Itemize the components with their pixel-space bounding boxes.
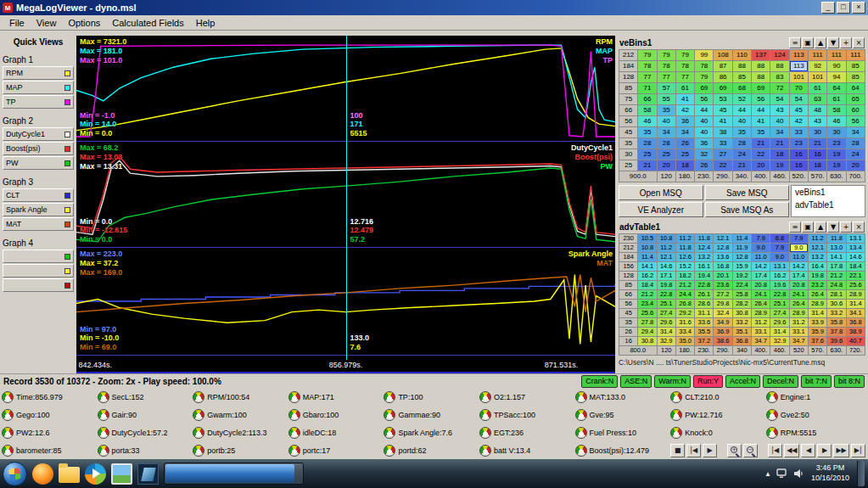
table-cell[interactable]: 11.2 [675,234,694,244]
table-cell[interactable]: 26.4 [789,300,808,309]
table-cell[interactable]: 99 [695,50,714,61]
sidebar-item-map[interactable]: MAP [3,81,74,94]
table-cell[interactable]: 19 [770,160,789,171]
table-cell[interactable]: 85 [846,72,865,83]
table-cell[interactable]: 14.2 [789,262,808,272]
title-bar[interactable]: M MegaLogViewer - dyno.msl _ □ × [0,0,868,15]
table-cell[interactable]: 19.4 [695,272,714,281]
table-cell[interactable]: 36 [695,138,714,149]
table-cell[interactable]: 23.2 [808,281,826,290]
table-cell[interactable]: 111 [808,50,826,61]
table-cell[interactable]: 30.8 [638,337,657,346]
table-cell[interactable]: 28.2 [732,300,751,309]
table-cell[interactable]: 44 [732,105,751,116]
taskbar-progress-item[interactable] [164,463,304,485]
table-cell[interactable]: 15.9 [732,262,751,272]
save-msq-as-button[interactable]: Save MSQ As [705,202,790,217]
table-cell[interactable]: 28 [732,138,751,149]
sidebar-item-pw[interactable]: PW [3,156,74,170]
table-cell[interactable]: 7.9 [752,234,770,244]
table-cell[interactable]: 32.4 [714,309,732,318]
table-cell[interactable]: 16.1 [695,262,714,272]
table-list-item-vebins1[interactable]: veBins1 [792,186,865,199]
table-cell[interactable]: 137 [752,50,770,61]
table-cell[interactable]: 65 [846,94,865,105]
table-cell[interactable]: 40 [695,127,714,138]
table-cell[interactable]: 35.1 [732,328,751,337]
table-cell[interactable]: 36.8 [846,318,865,328]
table-cell[interactable]: 25 [675,149,694,160]
table-cell[interactable]: 79 [675,50,694,61]
table-cell[interactable]: 48 [808,105,826,116]
table-cell[interactable]: 21 [808,138,826,149]
hidden-icons-chevron[interactable]: ▲ [764,470,771,478]
media-player-icon[interactable] [85,463,106,485]
table-cell[interactable]: 21.2 [675,281,694,290]
table-cell[interactable]: 52 [732,94,751,105]
table-cell[interactable]: 56 [695,94,714,105]
table-cell[interactable]: 25.8 [732,290,751,300]
sidebar-item-boost-psi[interactable]: Boost(psi) [3,142,74,155]
table-cell[interactable]: 34 [770,127,789,138]
table-cell[interactable]: 7.9 [770,244,789,253]
table-cell[interactable]: 78 [657,61,675,72]
table-cell[interactable]: 35.0 [675,337,694,346]
explorer-folder-icon[interactable] [59,467,80,483]
table-cell[interactable]: 85 [846,61,865,72]
table-cell[interactable]: 14.6 [657,262,675,272]
table-cell[interactable]: 41 [752,116,770,127]
table-cell[interactable]: 25 [638,149,657,160]
table-cell[interactable]: 16 [789,160,808,171]
table-cell[interactable]: 43 [808,116,826,127]
table-cell[interactable]: 38.6 [714,337,732,346]
table-cell[interactable]: 22.8 [657,290,675,300]
table-cell[interactable]: 24.1 [789,290,808,300]
table-cell[interactable]: 71 [638,83,657,94]
table-cell[interactable]: 22.4 [732,281,751,290]
table-cell[interactable]: 77 [657,72,675,83]
table-cell[interactable]: 31.4 [657,328,675,337]
table-cell[interactable]: 26.8 [675,300,694,309]
table-cell[interactable]: 11.8 [827,234,846,244]
table-cell[interactable]: 29.6 [657,318,675,328]
table-cell[interactable]: 40 [732,116,751,127]
table-cell[interactable]: 33 [789,127,808,138]
table-cell[interactable]: 14.1 [638,262,657,272]
table-cell[interactable]: 70 [789,83,808,94]
table-cell[interactable]: 36.8 [732,337,751,346]
table-cell[interactable]: 37.2 [695,337,714,346]
plus-button[interactable]: + [840,37,852,48]
table-cell[interactable]: 58 [827,105,846,116]
close-table-button[interactable]: × [853,37,865,48]
table-cell[interactable]: 55 [657,94,675,105]
table-cell[interactable]: 19.2 [732,272,751,281]
table-cell[interactable]: 78 [695,61,714,72]
plus-button[interactable]: + [840,222,852,233]
table-cell[interactable]: 60 [846,105,865,116]
table-cell[interactable]: 68 [732,83,751,94]
table-cell[interactable]: 16 [789,149,808,160]
table-cell[interactable]: 40 [657,116,675,127]
prev-frame-button[interactable]: |◀ [686,444,701,457]
table-cell[interactable]: 42 [789,116,808,127]
volume-icon[interactable] [793,468,804,479]
graph-plot-area[interactable]: Max = 7321.0Max = 181.0Max = 101.0Min = … [76,36,615,360]
table-cell[interactable]: 41 [675,94,694,105]
table-cell[interactable]: 7.9 [789,234,808,244]
table-cell[interactable]: 33.6 [695,318,714,328]
table-cell[interactable]: 45 [714,105,732,116]
grid-button[interactable]: ▣ [802,37,814,48]
table-cell[interactable]: 111 [846,50,865,61]
table-cell[interactable]: 34.9 [714,318,732,328]
table-cell[interactable]: 28 [657,138,675,149]
table-cell[interactable]: 25.6 [846,281,865,290]
print-button[interactable]: ≡ [789,37,801,48]
sidebar-item-rpm[interactable]: RPM [3,66,74,80]
table-cell[interactable]: 16.8 [714,262,732,272]
table-cell[interactable]: 10.8 [638,244,657,253]
table-cell[interactable]: 21 [638,160,657,171]
table-cell[interactable]: 31.2 [752,318,770,328]
save-msq-button[interactable]: Save MSQ [705,185,790,200]
table-cell[interactable]: 11.8 [675,244,694,253]
table-cell[interactable]: 29.2 [675,309,694,318]
